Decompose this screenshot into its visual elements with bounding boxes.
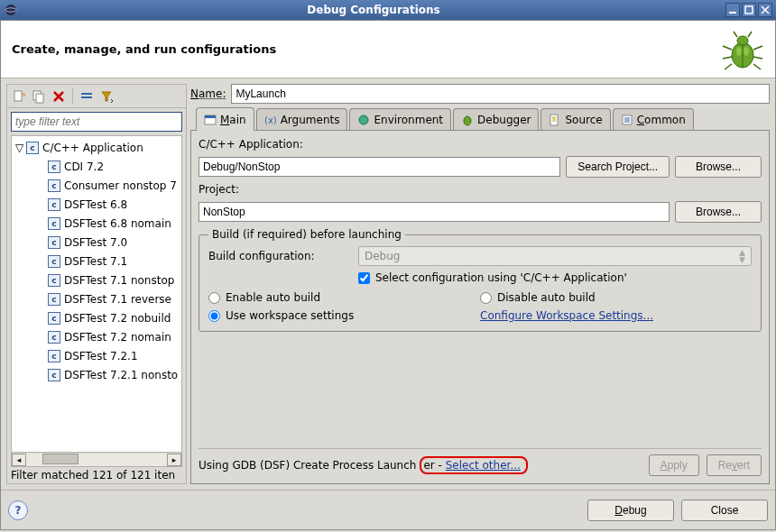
tab-environment[interactable]: Environment (349, 108, 451, 130)
c-app-icon: c (48, 217, 60, 230)
search-project-button[interactable]: Search Project... (566, 156, 670, 178)
svg-rect-19 (550, 115, 558, 125)
scroll-left-icon[interactable]: ◂ (12, 454, 26, 466)
delete-config-icon[interactable] (51, 88, 67, 105)
minimize-button[interactable] (725, 3, 740, 17)
debug-button[interactable]: Debug (587, 500, 674, 521)
filter-dropdown-icon[interactable] (98, 88, 115, 105)
tree-item[interactable]: cCDI 7.2 (12, 157, 181, 176)
build-fieldset: Build (if required) before launching Bui… (199, 228, 762, 332)
svg-rect-12 (81, 93, 92, 95)
source-tab-icon (549, 114, 561, 126)
name-input[interactable] (231, 84, 770, 104)
c-app-icon: c (48, 293, 60, 306)
build-legend: Build (if required) before launching (208, 228, 405, 241)
enable-auto-build-input[interactable] (208, 292, 220, 304)
tree-item[interactable]: cConsumer nonstop 7 (12, 176, 181, 195)
use-workspace-input[interactable] (208, 310, 220, 322)
tree-item-label: DSFTest 7.1 (64, 255, 127, 268)
svg-point-7 (736, 47, 742, 56)
revert-button[interactable]: Revert (707, 454, 762, 476)
maximize-button[interactable] (742, 3, 756, 17)
name-label: Name: (190, 87, 226, 100)
tree-item-label: DSFTest 6.8 (64, 198, 127, 211)
filter-input[interactable] (11, 112, 182, 132)
duplicate-config-icon[interactable] (31, 88, 47, 105)
tree-item[interactable]: cDSFTest 7.0 (12, 233, 181, 252)
apply-button[interactable]: Apply (649, 454, 699, 476)
scroll-thumb[interactable] (42, 454, 79, 464)
close-footer-button[interactable]: Close (681, 500, 768, 521)
tree-item[interactable]: cDSFTest 6.8 (12, 195, 181, 214)
tree-scroll[interactable]: ▽ c C/C++ Application cCDI 7.2 cConsumer… (12, 136, 181, 452)
launcher-text: Using GDB (DSF) Create Process Launch (199, 459, 416, 472)
c-app-icon: c (48, 255, 60, 268)
app-input[interactable] (199, 157, 560, 177)
use-workspace-radio[interactable]: Use workspace settings (208, 309, 480, 322)
tree-item-label: DSFTest 7.2 nobuild (64, 312, 171, 325)
configure-workspace-link[interactable]: Configure Workspace Settings... (480, 309, 752, 322)
left-panel: ▽ c C/C++ Application cCDI 7.2 cConsumer… (6, 84, 187, 484)
tree-item-label: CDI 7.2 (64, 161, 104, 173)
svg-rect-15 (205, 115, 216, 118)
close-button[interactable] (758, 3, 772, 17)
scroll-track[interactable] (26, 454, 167, 466)
tree-item[interactable]: cDSFTest 7.2 nobuild (12, 308, 181, 327)
eclipse-icon (4, 3, 18, 17)
select-other-link[interactable]: Select other... (446, 459, 521, 472)
use-workspace-label: Use workspace settings (226, 309, 354, 322)
tree-item[interactable]: cDSFTest 7.2.1 (12, 346, 181, 365)
config-tree: ▽ c C/C++ Application cCDI 7.2 cConsumer… (11, 135, 182, 467)
chevron-down-icon[interactable]: ▽ (15, 142, 26, 154)
tree-hscrollbar[interactable]: ◂ ▸ (12, 452, 181, 466)
disable-auto-build-radio[interactable]: Disable auto build (480, 291, 752, 304)
c-app-icon: c (48, 369, 60, 381)
help-icon[interactable]: ? (8, 500, 28, 520)
tree-item[interactable]: cDSFTest 7.1 nonstop (12, 271, 181, 289)
tree-item[interactable]: cDSFTest 6.8 nomain (12, 214, 181, 233)
c-app-icon: c (48, 274, 60, 287)
browse-project-button[interactable]: Browse... (675, 201, 762, 223)
tree-root[interactable]: ▽ c C/C++ Application (12, 138, 181, 157)
tab-source[interactable]: Source (540, 108, 610, 130)
browse-app-button[interactable]: Browse... (675, 156, 762, 178)
tab-main-content: C/C++ Application: Search Project... Bro… (190, 131, 770, 484)
tree-item[interactable]: cDSFTest 7.2.1 nonsto (12, 365, 181, 384)
tab-label: Debugger (477, 114, 531, 126)
new-config-icon[interactable] (11, 88, 27, 105)
svg-point-6 (737, 36, 748, 45)
header-title: Create, manage, and run configurations (12, 42, 721, 56)
main-area: ▽ c C/C++ Application cCDI 7.2 cConsumer… (1, 78, 775, 490)
scroll-right-icon[interactable]: ▸ (167, 454, 181, 466)
left-toolbar (7, 85, 186, 108)
name-row: Name: (190, 84, 770, 104)
tree-item[interactable]: cDSFTest 7.1 reverse (12, 289, 181, 308)
disable-auto-build-label: Disable auto build (497, 291, 596, 304)
select-using-app-checkbox[interactable]: Select configuration using 'C/C++ Applic… (358, 271, 627, 284)
tab-label: Source (565, 114, 602, 126)
build-config-select[interactable]: Debug ▲▼ (358, 246, 752, 266)
tab-arguments[interactable]: (x) Arguments (256, 108, 348, 130)
svg-rect-3 (745, 6, 753, 14)
tab-label: Environment (374, 114, 443, 126)
enable-auto-build-radio[interactable]: Enable auto build (208, 291, 480, 304)
collapse-all-icon[interactable] (79, 88, 95, 105)
tree-item[interactable]: cDSFTest 7.1 (12, 252, 181, 271)
select-using-app-input[interactable] (358, 272, 370, 284)
tree-item-label: Consumer nonstop 7 (64, 179, 177, 192)
c-app-icon: c (48, 179, 60, 192)
c-app-icon: c (48, 350, 60, 362)
tab-main[interactable]: Main (196, 107, 254, 131)
window-title: Debug Configurations (22, 4, 725, 16)
tree-item-label: DSFTest 7.1 reverse (64, 293, 171, 306)
tree-item[interactable]: cDSFTest 7.2 nomain (12, 327, 181, 346)
tree-root-label: C/C++ Application (42, 142, 143, 154)
tab-debugger[interactable]: Debugger (453, 108, 539, 130)
tree-item-label: DSFTest 7.2.1 nonsto (64, 369, 178, 381)
project-input[interactable] (199, 202, 670, 222)
header: Create, manage, and run configurations (1, 21, 775, 78)
disable-auto-build-input[interactable] (480, 292, 492, 304)
tree-item-label: DSFTest 7.2.1 (64, 350, 138, 362)
tab-common[interactable]: Common (613, 108, 694, 130)
c-app-icon: c (48, 312, 60, 325)
